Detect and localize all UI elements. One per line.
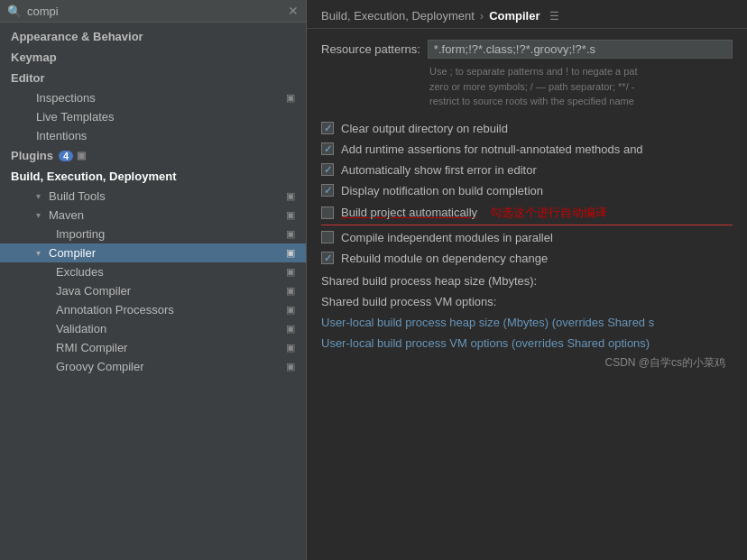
sidebar-section-plugins[interactable]: Plugins 4 ▣ xyxy=(0,145,306,166)
sidebar-section-keymap[interactable]: Keymap xyxy=(0,47,306,68)
page-icon: ▣ xyxy=(286,228,295,240)
sidebar-item-rmi-compiler[interactable]: RMI Compiler ▣ xyxy=(0,338,306,357)
checkbox-rebuild-module[interactable] xyxy=(321,252,334,264)
setting-display-notification: Display notification on build completion xyxy=(321,180,733,201)
main-panel: Build, Execution, Deployment › Compiler … xyxy=(307,0,747,560)
resource-hint: Use ; to separate patterns and ! to nega… xyxy=(429,64,733,109)
label-show-first-error: Automatically show first error in editor xyxy=(341,163,537,177)
page-icon: ▣ xyxy=(286,342,295,353)
checkbox-clear-output[interactable] xyxy=(321,122,334,134)
build-auto-hint: 勾选这个进行自动编译 xyxy=(490,205,607,221)
sidebar-item-java-compiler[interactable]: Java Compiler ▣ xyxy=(0,281,306,300)
search-clear-icon[interactable]: ✕ xyxy=(288,4,299,18)
sidebar-item-validation[interactable]: Validation ▣ xyxy=(0,319,306,338)
panel-header: Build, Execution, Deployment › Compiler … xyxy=(307,0,747,29)
sidebar-section-appearance[interactable]: Appearance & Behavior xyxy=(0,26,306,47)
page-icon: ▣ xyxy=(286,266,295,278)
label-clear-output: Clear output directory on rebuild xyxy=(341,122,508,135)
label-display-notification: Display notification on build completion xyxy=(341,184,543,197)
checkbox-build-auto[interactable] xyxy=(321,207,334,219)
label-build-auto: Build project automatically xyxy=(341,206,477,219)
setting-build-auto: Build project automatically 勾选这个进行自动编译 xyxy=(321,201,733,225)
setting-runtime-assertions: Add runtime assertions for notnull-annot… xyxy=(321,139,733,160)
resource-patterns-row: Resource patterns: xyxy=(321,40,733,59)
sidebar-section-build-exec-deploy[interactable]: Build, Execution, Deployment xyxy=(0,166,306,187)
breadcrumb-parent: Build, Execution, Deployment xyxy=(321,9,475,23)
breadcrumb-separator: › xyxy=(480,9,484,23)
sidebar-item-excludes[interactable]: Excludes ▣ xyxy=(0,262,306,281)
sidebar-item-importing[interactable]: Importing ▣ xyxy=(0,225,306,243)
plugins-badge: 4 xyxy=(59,151,73,161)
tree-arrow-maven: ▾ xyxy=(36,210,45,220)
sidebar-item-maven[interactable]: ▾ Maven ▣ xyxy=(0,206,306,225)
label-runtime-assertions: Add runtime assertions for notnull-annot… xyxy=(341,142,643,156)
page-icon: ▣ xyxy=(77,150,86,161)
section-user-vm-options: User-local build process VM options (ove… xyxy=(321,331,733,352)
panel-settings-icon: ☰ xyxy=(549,10,559,23)
checkbox-runtime-assertions[interactable] xyxy=(321,142,334,155)
setting-rebuild-module: Rebuild module on dependency change xyxy=(321,248,733,269)
page-icon: ▣ xyxy=(286,361,295,372)
breadcrumb-current: Compiler xyxy=(489,9,540,23)
section-heap-size: Shared build process heap size (Mbytes): xyxy=(321,269,733,289)
setting-clear-output: Clear output directory on rebuild xyxy=(321,118,733,139)
checkbox-compile-parallel[interactable] xyxy=(321,231,334,243)
page-icon: ▣ xyxy=(286,285,295,297)
page-icon: ▣ xyxy=(286,209,295,221)
page-icon: ▣ xyxy=(286,190,295,202)
resource-patterns-input[interactable] xyxy=(428,40,733,59)
page-icon: ▣ xyxy=(286,323,295,335)
search-input[interactable] xyxy=(27,5,282,18)
sidebar-item-compiler[interactable]: ▾ Compiler ▣ xyxy=(0,243,306,262)
label-compile-parallel: Compile independent modules in parallel xyxy=(341,231,553,244)
csdn-watermark: CSDN @自学cs的小菜鸡 xyxy=(321,352,733,374)
resource-patterns-label: Resource patterns: xyxy=(321,40,420,56)
page-icon: ▣ xyxy=(286,92,295,104)
section-vm-options: Shared build process VM options: xyxy=(321,289,733,310)
settings-sidebar: 🔍 ✕ Appearance & Behavior Keymap Editor … xyxy=(0,0,307,560)
search-icon: 🔍 xyxy=(7,5,22,18)
sidebar-item-inspections[interactable]: Inspections ▣ xyxy=(0,88,306,107)
page-icon: ▣ xyxy=(286,247,295,259)
label-rebuild-module: Rebuild module on dependency change xyxy=(341,252,548,265)
section-user-heap-size: User-local build process heap size (Mbyt… xyxy=(321,310,733,331)
checkbox-show-first-error[interactable] xyxy=(321,163,334,176)
sidebar-item-live-templates[interactable]: Live Templates xyxy=(0,107,306,126)
sidebar-item-intentions[interactable]: Intentions xyxy=(0,126,306,145)
tree-arrow-build-tools: ▾ xyxy=(36,191,45,201)
sidebar-item-build-tools[interactable]: ▾ Build Tools ▣ xyxy=(0,187,306,206)
sidebar-item-groovy-compiler[interactable]: Groovy Compiler ▣ xyxy=(0,357,306,376)
sidebar-item-annotation-processors[interactable]: Annotation Processors ▣ xyxy=(0,300,306,319)
sidebar-section-editor[interactable]: Editor xyxy=(0,68,306,88)
sidebar-tree: Appearance & Behavior Keymap Editor Insp… xyxy=(0,23,306,560)
tree-arrow-compiler: ▾ xyxy=(36,248,45,258)
panel-content: Resource patterns: Use ; to separate pat… xyxy=(307,29,747,560)
checkbox-display-notification[interactable] xyxy=(321,184,334,197)
search-bar: 🔍 ✕ xyxy=(0,0,306,23)
setting-compile-parallel: Compile independent modules in parallel xyxy=(321,225,733,248)
page-icon: ▣ xyxy=(286,304,295,316)
setting-show-first-error: Automatically show first error in editor xyxy=(321,160,733,180)
